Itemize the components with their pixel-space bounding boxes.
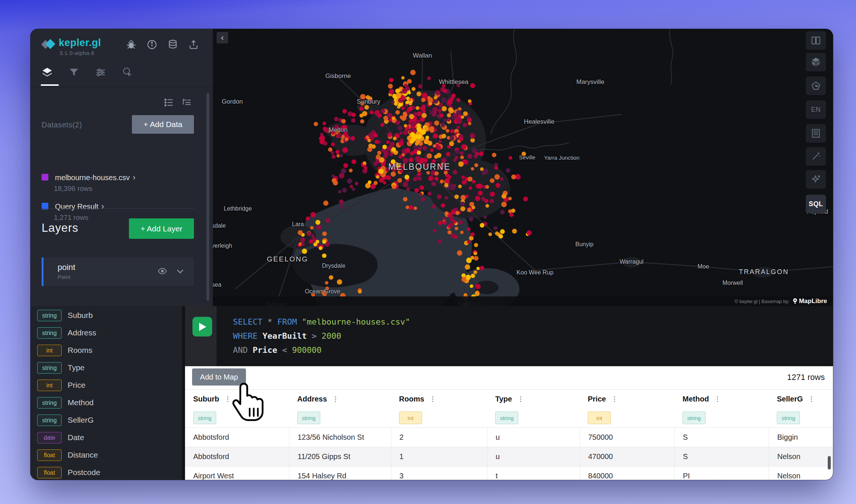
- app-title: kepler.gl: [59, 37, 101, 49]
- field-type-badge: float: [37, 449, 62, 461]
- field-name: Suburb: [68, 311, 93, 320]
- table-cell: PI: [674, 466, 769, 480]
- ai-wand-button[interactable]: [806, 147, 826, 166]
- map-label: Healesville: [524, 118, 554, 126]
- map-label: Morwell: [722, 280, 743, 286]
- column-menu-icon[interactable]: ⋮: [808, 395, 815, 403]
- map-canvas[interactable]: JamiesonWallanGisborneWhittleseaMarysvil…: [213, 29, 833, 306]
- field-type-badge: float: [37, 467, 62, 478]
- layer-expand-chevron-icon[interactable]: [175, 266, 185, 276]
- column-type-chip: string: [495, 412, 518, 424]
- table-scrollbar-thumb[interactable]: [828, 456, 831, 469]
- dataset-item-melbourne-houses[interactable]: melbourne-houses.csv› 18,396 rows: [42, 172, 201, 196]
- cube-icon: [811, 57, 821, 67]
- field-item-price[interactable]: intPrice: [30, 377, 182, 394]
- result-rows-count: 1271 rows: [787, 373, 825, 382]
- map-label: Sunbury: [357, 98, 380, 105]
- field-item-type[interactable]: stringType: [30, 360, 182, 377]
- tab-basemap[interactable]: [122, 67, 133, 78]
- sql-button[interactable]: SQL: [806, 195, 826, 213]
- sort-by-dataset-icon[interactable]: [182, 98, 191, 107]
- run-query-button[interactable]: [192, 317, 212, 336]
- dataset-row-count: 1,271 rows: [54, 214, 88, 222]
- list-view-icon[interactable]: [164, 98, 174, 107]
- kepler-logo-icon: [42, 39, 56, 51]
- add-to-map-button[interactable]: Add to Map: [192, 368, 246, 386]
- map-label: Lara: [292, 221, 304, 228]
- field-name: Date: [68, 433, 84, 442]
- field-name: Postcode: [68, 468, 100, 477]
- column-type-chip: string: [777, 412, 800, 424]
- database-icon[interactable]: [168, 39, 178, 50]
- dataset-color-swatch: [42, 174, 48, 181]
- column-menu-icon[interactable]: ⋮: [224, 395, 231, 403]
- collapse-sidebar-button[interactable]: ‹: [217, 32, 228, 43]
- side-panel: kepler.gl 3.1.0-alpha.6: [30, 29, 213, 306]
- field-item-postcode[interactable]: floatPostcode: [30, 464, 182, 480]
- map-label: TRARALGON: [739, 268, 789, 276]
- table-cell: S: [674, 447, 769, 466]
- maplibre-logo[interactable]: MapLibre: [792, 297, 827, 305]
- table-cell: u: [487, 427, 580, 447]
- tab-interactions[interactable]: [95, 67, 106, 78]
- field-item-rooms[interactable]: intRooms: [30, 342, 182, 360]
- sql-code-editor[interactable]: SELECT * FROM "melbourne-houses.csv"WHER…: [217, 306, 833, 366]
- table-cell: Abbotsford: [185, 447, 289, 466]
- layer-visibility-eye-icon[interactable]: [158, 266, 167, 276]
- map-label: Gordon: [222, 98, 243, 105]
- field-item-suburb[interactable]: stringSuburb: [30, 307, 182, 325]
- map-label: Gisborne: [325, 72, 351, 80]
- bug-report-icon[interactable]: [126, 39, 136, 50]
- legend-icon: [811, 128, 821, 139]
- tab-filters[interactable]: [68, 67, 80, 78]
- map-label: Wallan: [413, 52, 432, 59]
- add-data-button[interactable]: + Add Data: [132, 115, 194, 134]
- column-menu-icon[interactable]: ⋮: [429, 395, 437, 403]
- add-layer-button[interactable]: + Add Layer: [129, 218, 194, 239]
- table-cell: 1: [391, 447, 487, 466]
- chevron-right-icon[interactable]: ›: [133, 173, 135, 182]
- column-type-chip: string: [682, 412, 706, 424]
- table-cell: 750000: [580, 427, 674, 447]
- column-menu-icon[interactable]: ⋮: [611, 395, 618, 403]
- locale-button[interactable]: EN: [806, 100, 826, 119]
- column-header-price: Price⋮: [580, 390, 674, 408]
- sidebar-scrollbar[interactable]: [207, 93, 209, 301]
- chevron-right-icon[interactable]: ›: [101, 202, 104, 211]
- field-item-date[interactable]: dateDate: [30, 429, 182, 447]
- tab-layers[interactable]: [42, 67, 53, 78]
- wand-icon: [811, 151, 821, 162]
- datasets-section-label: Datasets(2): [42, 121, 82, 129]
- field-type-badge: string: [37, 362, 62, 374]
- table-cell: Biggin: [769, 427, 833, 447]
- dataset-row-count: 18,396 rows: [54, 185, 93, 193]
- column-menu-icon[interactable]: ⋮: [714, 395, 721, 403]
- column-type-chip: int: [588, 412, 611, 424]
- field-name: Rooms: [68, 346, 93, 355]
- table-cell: 154 Halsey Rd: [289, 466, 391, 480]
- map-label: Seville: [519, 154, 535, 160]
- map-label: verleigh: [213, 243, 232, 249]
- layer-item-point[interactable]: point Point: [42, 257, 194, 286]
- field-item-sellerg[interactable]: stringSellerG: [30, 412, 182, 429]
- column-menu-icon[interactable]: ⋮: [517, 395, 524, 403]
- share-export-icon[interactable]: [188, 39, 199, 50]
- field-type-badge: date: [37, 432, 62, 443]
- info-icon[interactable]: [147, 39, 157, 50]
- brand-row: kepler.gl 3.1.0-alpha.6: [30, 29, 213, 62]
- field-item-method[interactable]: stringMethod: [30, 394, 182, 412]
- map-attribution: © kepler.gl | Basemap by: MapLibre: [213, 296, 833, 306]
- effects-button[interactable]: [806, 170, 826, 189]
- column-menu-icon[interactable]: ⋮: [332, 395, 339, 403]
- legend-button[interactable]: [806, 124, 826, 143]
- draw-polygon-button[interactable]: [806, 77, 826, 95]
- 3d-view-button[interactable]: [806, 53, 826, 71]
- table-cell: 2: [391, 427, 487, 447]
- column-header-suburb: Suburb⋮: [185, 390, 289, 408]
- map-label: sea: [213, 282, 221, 288]
- field-item-distance[interactable]: floatDistance: [30, 447, 182, 464]
- table-cell: t: [487, 466, 580, 480]
- field-item-address[interactable]: stringAddress: [30, 325, 182, 342]
- split-map-button[interactable]: [806, 31, 826, 50]
- map-label: Warragul: [620, 258, 643, 265]
